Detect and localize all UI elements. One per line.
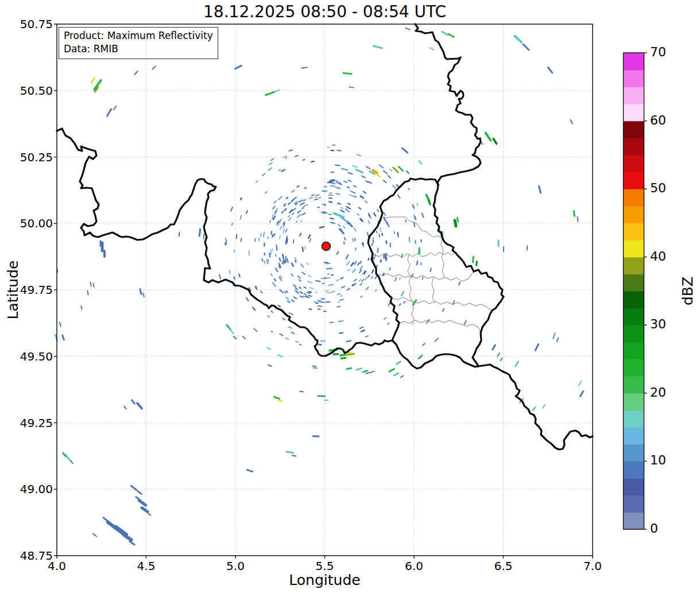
x-axis-label: Longitude: [57, 572, 593, 588]
colorbar-tick-label: 20: [650, 385, 666, 400]
colorbar-tick-label: 0: [650, 521, 658, 536]
x-tick-label: 5.5: [305, 559, 345, 573]
colorbar-tick-label: 10: [650, 453, 666, 467]
colorbar-tick-label: 30: [650, 317, 666, 331]
x-tick-label: 6.5: [484, 559, 524, 573]
y-tick-label: 50.00: [0, 216, 53, 230]
y-tick-label: 49.50: [0, 350, 53, 363]
x-tick-label: 4.5: [126, 559, 167, 573]
radar-site-marker: [322, 242, 331, 251]
y-tick-label: 50.75: [0, 17, 53, 31]
y-tick-label: 50.50: [0, 84, 53, 98]
colorbar-tick-label: 40: [650, 249, 666, 263]
x-tick-label: 5.0: [215, 559, 256, 573]
x-tick-label: 6.0: [394, 559, 434, 573]
y-tick-label: 48.75: [0, 549, 53, 563]
colorbar-label: dBZ: [679, 277, 696, 305]
y-tick-label: 50.25: [0, 150, 53, 164]
colorbar-tick-label: 50: [650, 181, 666, 195]
y-tick-label: 49.00: [0, 482, 53, 496]
colorbar-tick-label: 60: [650, 113, 666, 127]
map-canvas: [0, 0, 700, 597]
y-tick-label: 49.25: [0, 416, 53, 430]
radar-figure: 18.12.2025 08:50 - 08:54 UTC Product: Ma…: [0, 0, 700, 597]
colorbar-tick-label: 70: [650, 45, 666, 59]
x-tick-label: 7.0: [573, 559, 613, 573]
y-axis-label: Latitude: [5, 261, 21, 320]
